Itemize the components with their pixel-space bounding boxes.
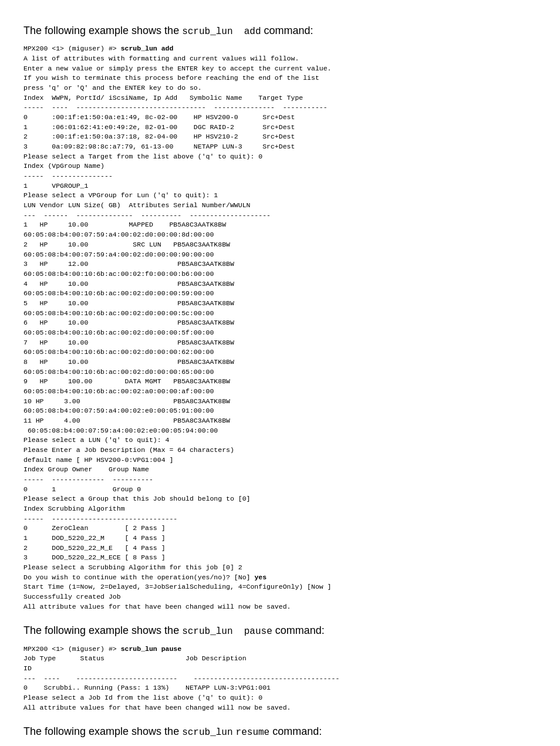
- section-pause-heading: The following example shows the scrub_lu…: [23, 623, 537, 638]
- heading-mono-3: scrub_lun: [182, 727, 232, 738]
- heading-suffix-2: command:: [272, 625, 325, 636]
- section-resume: The following example shows the scrub_lu…: [23, 724, 537, 746]
- heading-prefix-1: The following example shows the: [23, 25, 182, 36]
- code-prompt-2: MPX200 <1> (miguser) #>: [23, 645, 121, 653]
- heading-mono-1: scrub_lun add: [182, 26, 261, 37]
- section-add-heading: The following example shows the scrub_lu…: [23, 23, 537, 38]
- section-pause: The following example shows the scrub_lu…: [23, 623, 537, 713]
- section-resume-heading: The following example shows the scrub_lu…: [23, 724, 537, 739]
- heading-mono-3b: resume: [236, 727, 270, 738]
- code-block-pause: MPX200 <1> (miguser) #> scrub_lun pause …: [23, 644, 537, 713]
- code-prompt-1: MPX200 <1> (miguser) #>: [23, 45, 121, 52]
- heading-suffix-3: command:: [269, 725, 322, 737]
- code-block-add: MPX200 <1> (miguser) #> scrub_lun add A …: [23, 44, 537, 612]
- code-yes-1: yes: [254, 573, 266, 581]
- code-command-2: scrub_lun pause: [121, 645, 182, 653]
- heading-prefix-2: The following example shows the: [23, 625, 182, 636]
- section-add: The following example shows the scrub_lu…: [23, 23, 537, 612]
- heading-mono-2: scrub_lun pause: [182, 626, 272, 637]
- heading-suffix-1: command:: [261, 25, 313, 36]
- code-command-1: scrub_lun add: [121, 45, 174, 52]
- page-content: The following example shows the scrub_lu…: [23, 23, 537, 746]
- heading-prefix-3: The following example shows the: [23, 725, 182, 737]
